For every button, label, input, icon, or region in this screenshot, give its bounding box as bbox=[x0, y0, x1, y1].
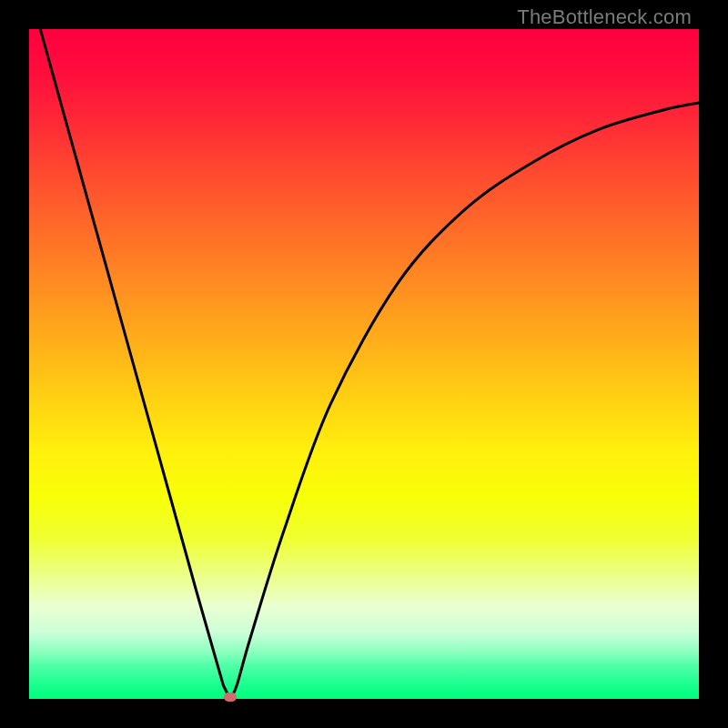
bottleneck-curve bbox=[29, 29, 699, 699]
optimum-marker bbox=[224, 693, 237, 702]
watermark-text: TheBottleneck.com bbox=[517, 5, 692, 29]
chart-frame: TheBottleneck.com bbox=[0, 0, 728, 728]
